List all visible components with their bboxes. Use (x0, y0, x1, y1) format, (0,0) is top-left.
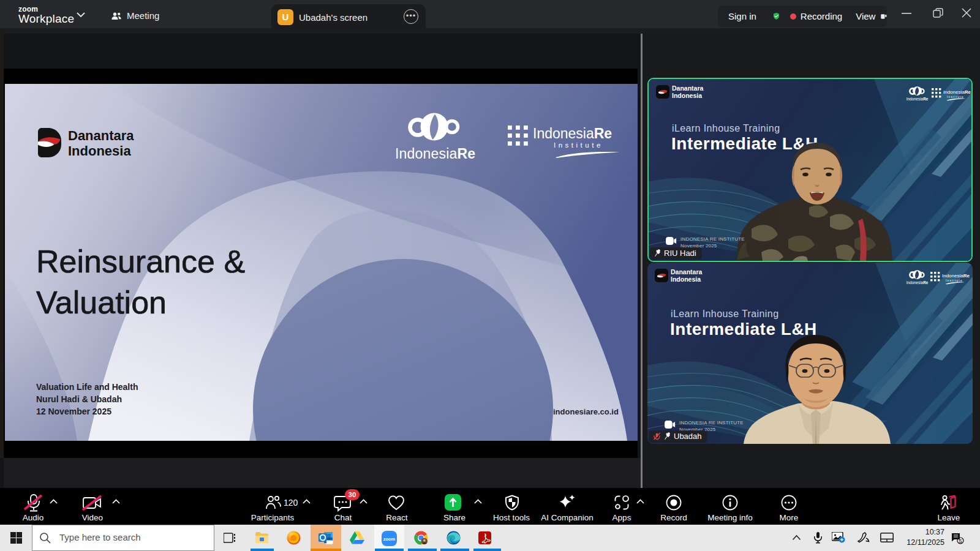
svg-text:5: 5 (959, 538, 962, 544)
svg-text:zoom: zoom (383, 536, 396, 542)
